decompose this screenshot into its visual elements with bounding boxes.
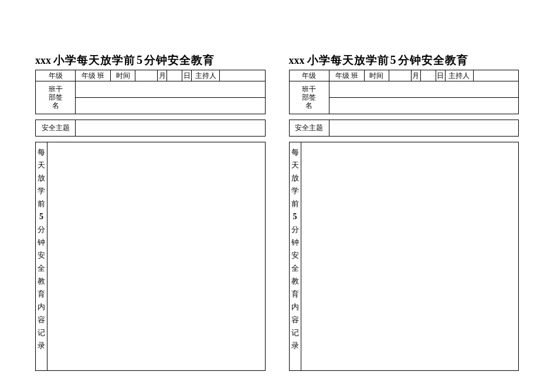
signature-label: 班干部签名 — [289, 81, 329, 114]
topic-field[interactable] — [329, 120, 519, 137]
content-field[interactable] — [301, 142, 519, 371]
grade-label: 年级 — [36, 70, 76, 81]
title-number: 5 — [137, 53, 143, 67]
host-label: 主持人 — [192, 70, 220, 81]
signature-field-2[interactable] — [76, 98, 266, 114]
form-title: xxx 小学每天放学前 5 分钟安全教育 — [289, 53, 519, 68]
spacer-1 — [36, 114, 266, 120]
day-suffix: 日 — [436, 70, 445, 81]
header-row: 年级 年级 班 时间 月 日 主持人 — [289, 70, 519, 81]
school-prefix: xxx — [289, 54, 305, 67]
content-row: 每 天 放 学 前 5 分 钟 安 全 教 育 内 容 记 — [289, 142, 519, 371]
month-blank[interactable] — [135, 70, 158, 81]
header-row: 年级 年级 班 时间 月 日 主持人 — [36, 70, 266, 81]
spacer-2 — [36, 137, 266, 142]
content-row: 每 天 放 学 前 5 分 钟 安 全 教 育 内 容 记 — [36, 142, 266, 371]
day-blank[interactable] — [420, 70, 436, 81]
vertical-text: 每 天 放 学 前 5 分 钟 安 全 教 育 内 容 记 — [290, 146, 301, 352]
topic-row: 安全主题 — [289, 120, 519, 137]
title-part2: 分钟安全教育 — [144, 53, 215, 68]
host-blank[interactable] — [220, 70, 266, 81]
topic-field[interactable] — [76, 120, 266, 137]
spacer-1 — [289, 114, 519, 120]
day-suffix: 日 — [182, 70, 192, 81]
form-title: xxx 小学每天放学前 5 分钟安全教育 — [35, 53, 266, 68]
signature-field-1[interactable] — [329, 81, 519, 98]
time-label: 时间 — [364, 70, 389, 81]
form-table: 年级 年级 班 时间 月 日 主持人 班干部签名 安全主题 — [35, 70, 266, 371]
signature-row-1: 班干部签名 — [36, 81, 266, 98]
title-number: 5 — [390, 53, 397, 67]
title-part1: 小学每天放学前 — [307, 53, 389, 68]
signature-field-1[interactable] — [76, 81, 266, 98]
topic-row: 安全主题 — [36, 120, 266, 137]
signature-row-1: 班干部签名 — [289, 81, 519, 98]
month-suffix: 月 — [411, 70, 420, 81]
spacer-2 — [289, 137, 519, 142]
topic-label: 安全主题 — [36, 120, 76, 137]
content-field[interactable] — [47, 142, 266, 371]
topic-label: 安全主题 — [289, 120, 329, 137]
host-label: 主持人 — [445, 70, 473, 81]
safety-form-right: xxx 小学每天放学前 5 分钟安全教育 年级 年级 班 时间 — [289, 53, 519, 371]
safety-form-left: xxx 小学每天放学前 5 分钟安全教育 年级 年级 班 时间 — [35, 53, 266, 371]
title-part2: 分钟安全教育 — [398, 53, 468, 68]
grade-label: 年级 — [289, 70, 329, 81]
day-blank[interactable] — [167, 70, 182, 81]
title-part1: 小学每天放学前 — [53, 53, 135, 68]
grade-class-cell[interactable]: 年级 班 — [76, 70, 111, 81]
content-vertical-label: 每 天 放 学 前 5 分 钟 安 全 教 育 内 容 记 — [36, 142, 47, 371]
time-label: 时间 — [111, 70, 135, 81]
content-vertical-label: 每 天 放 学 前 5 分 钟 安 全 教 育 内 容 记 — [289, 142, 301, 371]
signature-label: 班干部签名 — [36, 81, 76, 114]
month-suffix: 月 — [158, 70, 167, 81]
month-blank[interactable] — [389, 70, 411, 81]
grade-class-cell[interactable]: 年级 班 — [329, 70, 364, 81]
form-table: 年级 年级 班 时间 月 日 主持人 班干部签名 安全主题 — [289, 70, 519, 371]
signature-field-2[interactable] — [329, 98, 519, 114]
vertical-text: 每 天 放 学 前 5 分 钟 安 全 教 育 内 容 记 — [36, 146, 47, 352]
host-blank[interactable] — [473, 70, 519, 81]
school-prefix: xxx — [35, 54, 51, 67]
